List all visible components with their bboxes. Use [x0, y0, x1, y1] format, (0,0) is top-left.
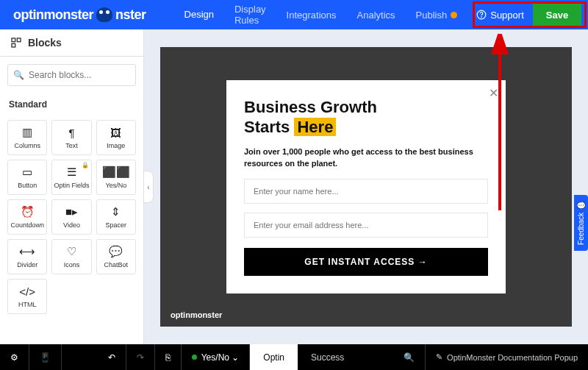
search-footer-button[interactable]: 🔍 — [393, 344, 426, 370]
main-area: Blocks 🔍 Standard ▥Columns ¶Text 🖼Image … — [0, 29, 588, 344]
popup-name-input[interactable] — [244, 179, 488, 204]
video-icon: ■▸ — [65, 205, 78, 218]
tab-success[interactable]: Success — [298, 344, 357, 370]
status-dot-icon — [192, 355, 197, 360]
search-input[interactable] — [7, 64, 136, 86]
tile-html[interactable]: </>HTML — [7, 279, 47, 314]
columns-icon: ▥ — [22, 126, 32, 139]
blocks-header: Blocks — [0, 29, 143, 57]
tile-image[interactable]: 🖼Image — [96, 120, 136, 155]
svg-rect-3 — [17, 38, 21, 42]
top-navbar: optinmonsternster Design Display Rules I… — [0, 0, 588, 29]
chat-icon: 💬 — [577, 201, 585, 210]
undo-icon: ↶ — [108, 352, 115, 363]
fields-icon: ☰ — [67, 166, 76, 179]
chevron-down-icon: ⌄ — [232, 352, 239, 363]
spacer-icon: ⇕ — [111, 205, 121, 218]
svg-rect-2 — [12, 38, 15, 42]
tile-countdown[interactable]: ⏰Countdown — [7, 199, 47, 235]
search-icon: 🔍 — [404, 352, 415, 363]
search-icon: 🔍 — [13, 70, 24, 80]
popup-close-icon[interactable]: ✕ — [489, 86, 498, 100]
popup-headline[interactable]: Business Growth Starts Here — [244, 98, 488, 137]
tile-chatbot[interactable]: 💬ChatBot — [96, 239, 136, 274]
preview-stage: ✕ Business Growth Starts Here Join over … — [160, 47, 572, 327]
yesno-view[interactable]: Yes/No ⌄ — [182, 344, 251, 370]
feedback-tab[interactable]: Feedback 💬 — [574, 195, 588, 251]
redo-button[interactable]: ↷ — [126, 344, 155, 370]
divider-icon: ⟷ — [19, 245, 35, 258]
clock-icon: ⏰ — [21, 205, 35, 218]
canvas-area: ‹ ✕ Business Growth Starts Here Join ove… — [144, 29, 588, 344]
lock-icon: 🔒 — [82, 162, 89, 168]
tile-video[interactable]: ■▸Video — [51, 199, 91, 235]
chat-icon: 💬 — [109, 245, 123, 258]
tile-divider[interactable]: ⟷Divider — [7, 239, 47, 274]
help-circle-icon — [476, 10, 487, 20]
left-sidebar: Blocks 🔍 Standard ▥Columns ¶Text 🖼Image … — [0, 29, 144, 344]
undo-button[interactable]: ↶ — [98, 344, 126, 370]
tile-columns[interactable]: ▥Columns — [7, 120, 47, 155]
mobile-preview-button[interactable]: 📱 — [29, 344, 62, 370]
svg-point-1 — [481, 17, 482, 18]
pencil-icon: ✎ — [436, 352, 442, 362]
popup-cta-button[interactable]: GET INSTANT ACCESS → — [244, 248, 488, 276]
tile-optin-fields[interactable]: 🔒☰Optin Fields — [51, 160, 91, 195]
section-standard: Standard — [0, 93, 143, 115]
popup-preview[interactable]: ✕ Business Growth Starts Here Join over … — [226, 80, 506, 293]
button-icon: ▭ — [22, 166, 32, 179]
campaign-name[interactable]: ✎OptinMonster Documentation Popup — [426, 352, 588, 362]
export-button[interactable]: ⎘ — [155, 344, 182, 370]
sidebar-collapse-handle[interactable]: ‹ — [143, 171, 154, 203]
tile-icons[interactable]: ♡Icons — [51, 239, 91, 274]
popup-subtext[interactable]: Join over 1,000 people who get access to… — [244, 146, 488, 170]
tab-optin[interactable]: Optin — [250, 344, 298, 370]
support-button[interactable]: Support — [467, 5, 533, 25]
monster-icon — [96, 7, 112, 22]
code-icon: </> — [19, 285, 35, 298]
notification-dot-icon — [451, 12, 457, 18]
optinmonster-watermark: optinmonster — [171, 310, 222, 319]
save-button[interactable]: Save — [533, 4, 581, 26]
bottom-bar: ⚙ 📱 ↶ ↷ ⎘ Yes/No ⌄ Optin Success 🔍 ✎Opti… — [0, 344, 588, 370]
blocks-icon — [10, 37, 22, 49]
yesno-icon: ⬛⬛ — [102, 166, 130, 179]
tile-yesno[interactable]: ⬛⬛Yes/No — [96, 160, 136, 195]
popup-email-input[interactable] — [244, 213, 488, 238]
tile-spacer[interactable]: ⇕Spacer — [96, 199, 136, 235]
export-icon: ⎘ — [165, 352, 171, 363]
gear-icon: ⚙ — [10, 352, 18, 363]
mobile-icon: 📱 — [40, 352, 51, 363]
svg-rect-4 — [12, 43, 15, 47]
tile-text[interactable]: ¶Text — [51, 120, 91, 155]
top-right-actions: Support Save ✕ — [467, 2, 588, 27]
search-wrap: 🔍 — [0, 57, 143, 93]
image-icon: 🖼 — [110, 127, 121, 139]
text-icon: ¶ — [68, 127, 74, 139]
redo-icon: ↷ — [137, 352, 144, 363]
settings-button[interactable]: ⚙ — [0, 344, 29, 370]
tile-button[interactable]: ▭Button — [7, 160, 47, 195]
heart-icon: ♡ — [67, 245, 76, 258]
close-button[interactable]: ✕ — [581, 2, 588, 27]
blocks-grid: ▥Columns ¶Text 🖼Image ▭Button 🔒☰Optin Fi… — [0, 115, 143, 319]
brand-logo: optinmonsternster — [7, 7, 152, 23]
